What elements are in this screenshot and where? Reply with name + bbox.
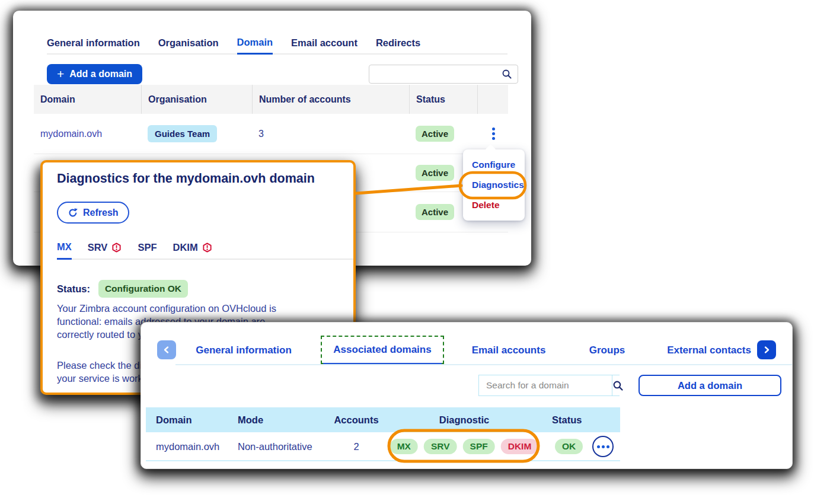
add-domain-button[interactable]: + Add a domain: [47, 64, 142, 84]
kebab-menu-icon[interactable]: [492, 127, 495, 140]
chevron-left-icon: [162, 346, 171, 354]
warning-icon: [111, 243, 122, 253]
column-header-organisation: Organisation: [141, 85, 252, 114]
column-header-accounts: Number of accounts: [252, 85, 409, 114]
status-row: Status: Configuration OK: [57, 280, 188, 298]
column-header-actions: [477, 85, 508, 114]
warning-icon: [202, 243, 212, 253]
table-header: Domain Mode Accounts Diagnostic Status: [146, 407, 620, 432]
accounts-cell: 2: [353, 441, 359, 452]
add-domain-button-label: Add a domain: [69, 69, 132, 79]
column-header-domain: Domain: [34, 85, 141, 114]
diagnostics-tab-bar: MX SRV SPF DKIM: [57, 241, 353, 260]
row-context-menu: Configure Diagnostics Delete: [463, 149, 525, 221]
search-icon: [612, 380, 624, 391]
tab-divider: [175, 364, 792, 365]
add-domain-button[interactable]: Add a domain: [639, 375, 781, 396]
status-badge: Active: [416, 126, 454, 142]
domain-search-box: [478, 375, 620, 396]
tab-general-information[interactable]: General information: [196, 344, 292, 356]
description-line: Your Zimbra account configuration on OVH…: [57, 302, 276, 315]
mode-cell: Non-authoritative: [238, 441, 312, 452]
configuration-status-badge: Configuration OK: [98, 280, 188, 298]
menu-item-diagnostics[interactable]: Diagnostics: [463, 175, 525, 195]
column-header-status: Status: [552, 414, 582, 426]
search-box: [369, 65, 518, 84]
tab-redirects[interactable]: Redirects: [376, 37, 420, 53]
diagnostics-note: Please check the dia your service is wor…: [57, 359, 147, 385]
tab-spf[interactable]: SPF: [138, 242, 157, 259]
tab-dkim-label: DKIM: [173, 242, 197, 253]
accounts-count: 3: [258, 129, 264, 139]
tab-spf-label: SPF: [138, 242, 157, 253]
tab-srv-label: SRV: [88, 242, 108, 253]
search-input[interactable]: [369, 65, 502, 83]
tab-groups[interactable]: Groups: [589, 344, 625, 356]
column-header-status: Status: [409, 85, 477, 114]
tab-external-contacts[interactable]: External contacts: [667, 344, 751, 356]
search-button[interactable]: [612, 375, 624, 395]
tab-dkim[interactable]: DKIM: [173, 242, 212, 259]
domain-search-input[interactable]: [479, 375, 612, 395]
search-icon[interactable]: [502, 69, 512, 79]
diagnostic-badges: MX SRV SPF DKIM: [390, 439, 539, 454]
status-badge: Active: [416, 165, 454, 181]
tab-organisation[interactable]: Organisation: [158, 37, 219, 53]
tab-email-accounts[interactable]: Email accounts: [472, 344, 546, 356]
status-ok-badge: OK: [555, 439, 583, 454]
ellipsis-icon: [597, 445, 600, 448]
refresh-icon: [68, 208, 78, 218]
active-tab-highlight: Associated domains: [321, 336, 444, 364]
column-header-diagnostic: Diagnostic: [439, 414, 489, 426]
chevron-right-icon: [762, 346, 771, 354]
table-row: mydomain.ovh Non-authoritative 2 MX SRV …: [146, 432, 620, 461]
tab-domain[interactable]: Domain: [237, 37, 273, 55]
tab-associated-domains[interactable]: Associated domains: [333, 344, 431, 356]
composite-screenshot: General information Organisation Domain …: [0, 0, 830, 504]
note-line: your service is worki: [57, 372, 147, 385]
associated-domains-card: General information Associated domains E…: [141, 322, 793, 469]
tab-mx[interactable]: MX: [57, 241, 72, 260]
note-line: Please check the dia: [57, 359, 147, 372]
table-row: mydomain.ovh Guides Team 3 Active: [34, 114, 508, 154]
status-badge: Active: [416, 204, 454, 220]
srv-badge: SRV: [424, 439, 457, 454]
chevron-right-button[interactable]: [757, 340, 776, 359]
tab-mx-label: MX: [57, 241, 72, 252]
tab-bar: General information Organisation Domain …: [47, 37, 507, 55]
domain-link[interactable]: mydomain.ovh: [40, 129, 102, 139]
mx-badge: MX: [390, 439, 418, 454]
column-header-mode: Mode: [238, 414, 263, 426]
column-header-accounts: Accounts: [334, 414, 378, 426]
chevron-left-button[interactable]: [157, 340, 176, 359]
menu-item-configure[interactable]: Configure: [463, 155, 525, 175]
dkim-badge: DKIM: [501, 439, 539, 454]
plus-icon: +: [57, 68, 64, 80]
diagnostics-title: Diagnostics for the mydomain.ovh domain: [57, 171, 315, 186]
domain-cell[interactable]: mydomain.ovh: [156, 441, 219, 452]
table-header: Domain Organisation Number of accounts S…: [34, 85, 508, 114]
column-header-domain: Domain: [156, 414, 192, 426]
tab-srv[interactable]: SRV: [88, 242, 122, 259]
ellipsis-menu-button[interactable]: [592, 436, 614, 457]
organisation-badge: Guides Team: [148, 125, 217, 142]
tab-general-information[interactable]: General information: [47, 37, 140, 53]
refresh-button[interactable]: Refresh: [57, 202, 129, 224]
refresh-button-label: Refresh: [83, 208, 119, 218]
menu-item-delete[interactable]: Delete: [463, 195, 525, 215]
tab-email-account[interactable]: Email account: [291, 37, 357, 53]
spf-badge: SPF: [463, 439, 495, 454]
status-label: Status:: [57, 283, 90, 295]
